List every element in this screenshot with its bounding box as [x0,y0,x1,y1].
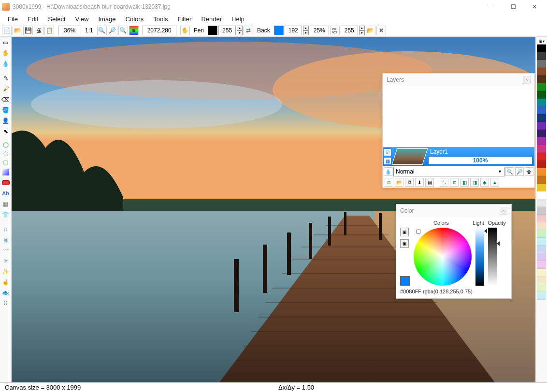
layer-zoom-in[interactable]: 🔎 [515,167,524,176]
zoom-in-button[interactable]: 🔍 [97,26,107,35]
maximize-button[interactable]: ☐ [503,0,524,14]
swatch-30[interactable] [537,276,546,284]
swatch-9[interactable] [537,114,546,122]
swatch-15[interactable] [537,160,546,168]
pen-alpha-spinner[interactable]: ▲▼ [237,26,243,35]
swatch-2[interactable] [537,60,546,68]
swap-colors-button[interactable]: ⇄ [244,26,253,35]
button-shape-tool[interactable] [1,178,11,188]
layer-rotate-l[interactable]: ◧ [460,178,469,187]
swatch-11[interactable] [537,130,546,137]
swatch-28[interactable] [537,261,546,269]
swatch-21[interactable] [537,207,546,215]
menu-image[interactable]: Image [93,15,120,24]
move-tool[interactable]: ✋ [1,48,11,58]
clone-tool[interactable]: ⎌ [1,224,11,234]
layer-opacity[interactable]: 100% [428,156,533,165]
layer-visible-toggle[interactable]: ☑ [384,148,391,156]
swatch-1[interactable] [537,52,546,60]
stamp-tool[interactable]: 👤 [1,116,11,126]
swatch-25[interactable] [537,238,546,246]
color-panel[interactable]: Color × Colors Light Opacity ▣ ▣ [396,204,512,299]
layer-open[interactable]: 📂 [395,178,403,187]
menu-file[interactable]: File [3,15,23,24]
gradient-tool[interactable] [1,167,11,177]
swatch-18[interactable] [537,184,546,191]
swatch-8[interactable] [537,106,546,114]
layer-lock-toggle[interactable]: ▦ [384,157,391,165]
zoom-display[interactable]: 36% [58,26,81,35]
hand-tool-button[interactable]: ✋ [180,26,190,35]
rect-select-tool[interactable]: ▭ [1,38,11,47]
polygon-shape-tool[interactable]: ⬠ [1,150,11,158]
swatch-14[interactable] [537,153,546,160]
back-color-swatch[interactable] [274,26,284,35]
layers-panel-close[interactable]: × [523,76,531,84]
grid-button[interactable]: ≡ [129,26,139,35]
light-slider[interactable] [475,228,484,286]
print-button[interactable]: 🖨 [34,26,43,35]
canvas-viewport[interactable]: Layers × ☑ ▦ Layer1 100% 💧 Normal [12,37,535,382]
swatch-32[interactable] [537,292,546,300]
no-texture-button[interactable]: notex [330,26,340,35]
color-history-1[interactable]: ▣ [400,228,409,236]
swatch-27[interactable] [537,253,546,261]
swatch-22[interactable] [537,215,546,222]
minimize-button[interactable]: ─ [481,0,503,14]
back-alpha-spinner[interactable]: ▲▼ [303,26,309,35]
layer-duplicate[interactable]: ⧉ [405,178,414,187]
layer-props[interactable]: ▤ [425,178,434,187]
layer-new[interactable]: 🗎 [385,178,393,187]
layers-panel-header[interactable]: Layers × [383,73,534,86]
color-history-2[interactable]: ▣ [400,239,409,248]
layer-thumbnail[interactable] [391,148,428,165]
text-tool[interactable]: Ab [1,189,11,198]
menu-filter[interactable]: Filter [173,15,197,24]
picker-tool[interactable]: 💧 [1,59,11,69]
layer-row[interactable]: ☑ ▦ Layer1 100% [383,147,534,166]
swatch-12[interactable] [537,137,546,145]
layer-crop[interactable]: ▲ [490,178,499,187]
pencil-tool[interactable]: ✎ [1,73,11,83]
zoom-out-button[interactable]: 🔎 [108,26,117,35]
swatch-29[interactable] [537,269,546,276]
save-file-button[interactable]: 💾 [23,26,33,35]
swatch-16[interactable] [537,168,546,176]
swatch-6[interactable] [537,91,546,99]
wheel-cursor[interactable] [417,230,420,233]
frame-tool[interactable]: ▦ [1,199,11,209]
ratio-button[interactable]: 1:1 [82,27,96,34]
swatch-3[interactable] [537,68,546,75]
back-alpha-input[interactable]: 192 [285,26,302,35]
deform-tool[interactable]: 🐟 [1,288,11,298]
clothes-tool[interactable]: 👕 [1,210,11,219]
layer-center[interactable]: ◆ [480,178,489,187]
smudge-tool[interactable]: 〰 [1,246,11,255]
fill-tool[interactable]: 🪣 [1,105,11,115]
layer-flip-v[interactable]: ⇵ [450,178,459,187]
opacity-slider[interactable] [488,228,497,286]
swatch-10[interactable] [537,122,546,130]
clear-texture-button[interactable]: ✖ [376,26,386,35]
circle-shape-tool[interactable] [1,141,11,149]
menu-colors[interactable]: Colors [121,15,149,24]
swatch-7[interactable] [537,99,546,106]
blend-icon[interactable]: 💧 [384,167,392,176]
zoom-fit-button[interactable]: 🔍 [118,26,128,35]
retouch-tool[interactable]: ✳ [1,256,11,266]
color-wheel[interactable] [414,228,472,286]
menu-edit[interactable]: Edit [23,15,43,24]
magic-tool[interactable]: ✨ [1,267,11,276]
swatch-23[interactable] [537,222,546,230]
layer-delete[interactable]: 🗑 [525,167,533,176]
swatch-5[interactable] [537,83,546,91]
pen-color-swatch[interactable] [208,26,217,35]
swatch-26[interactable] [537,246,546,253]
layer-rotate-r[interactable]: ◨ [470,178,479,187]
color-panel-close[interactable]: × [500,207,507,215]
eraser-tool[interactable]: ⌫ [1,95,11,104]
blur-tool[interactable]: ◉ [1,235,11,245]
blend-mode-select[interactable]: Normal ▼ [393,167,504,176]
menu-view[interactable]: View [71,15,94,24]
warp-tool[interactable]: ☝ [1,277,11,287]
